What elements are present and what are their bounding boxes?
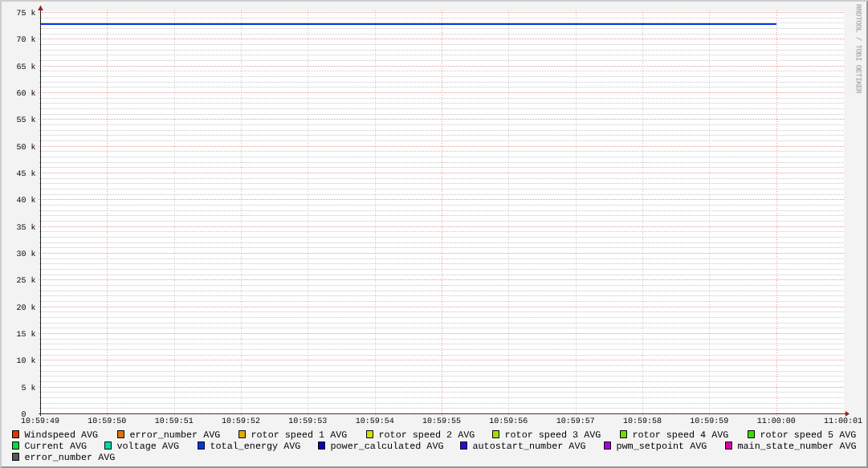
svg-text:70 k: 70 k	[16, 35, 35, 45]
svg-text:25 k: 25 k	[16, 276, 35, 286]
svg-text:20 k: 20 k	[16, 303, 35, 313]
svg-text:55 k: 55 k	[16, 116, 35, 125]
svg-text:75 k: 75 k	[16, 9, 35, 18]
svg-text:error_number AVG: error_number AVG	[130, 429, 221, 441]
svg-text:10:59:54: 10:59:54	[356, 417, 394, 426]
svg-text:15 k: 15 k	[16, 330, 35, 340]
svg-text:rotor speed 2 AVG: rotor speed 2 AVG	[379, 429, 475, 441]
svg-text:RRDTOOL / TOBI OETIKER: RRDTOOL / TOBI OETIKER	[854, 4, 863, 94]
svg-text:10:59:56: 10:59:56	[489, 417, 528, 426]
svg-text:10:59:59: 10:59:59	[690, 417, 728, 426]
svg-text:power_calculated AVG: power_calculated AVG	[331, 441, 444, 452]
svg-text:10:59:53: 10:59:53	[288, 417, 327, 426]
svg-text:30 k: 30 k	[16, 250, 35, 259]
svg-text:main_state_number AVG: main_state_number AVG	[738, 441, 857, 452]
svg-text:50 k: 50 k	[16, 143, 35, 153]
svg-text:Current AVG: Current AVG	[25, 441, 88, 452]
svg-text:65 k: 65 k	[16, 63, 35, 72]
svg-text:10:59:51: 10:59:51	[155, 417, 194, 426]
svg-text:rotor speed 1 AVG: rotor speed 1 AVG	[251, 429, 348, 441]
svg-text:10:59:50: 10:59:50	[88, 417, 126, 426]
svg-text:11:00:01: 11:00:01	[824, 417, 862, 426]
svg-text:45 k: 45 k	[16, 169, 35, 179]
svg-text:error_number AVG: error_number AVG	[25, 452, 116, 463]
svg-text:10:59:57: 10:59:57	[556, 417, 595, 426]
svg-text:autostart_number AVG: autostart_number AVG	[473, 441, 586, 452]
svg-text:rotor speed 5 AVG: rotor speed 5 AVG	[760, 429, 857, 441]
svg-text:10 k: 10 k	[16, 356, 35, 366]
svg-text:10:59:49: 10:59:49	[21, 417, 59, 426]
svg-text:rotor speed 3 AVG: rotor speed 3 AVG	[505, 429, 601, 441]
svg-text:Windspeed AVG: Windspeed AVG	[25, 429, 99, 441]
svg-text:5 k: 5 k	[21, 384, 35, 393]
svg-text:10:59:58: 10:59:58	[623, 417, 662, 426]
svg-text:40 k: 40 k	[16, 196, 35, 206]
svg-text:11:00:00: 11:00:00	[757, 417, 796, 426]
svg-text:60 k: 60 k	[16, 89, 35, 99]
svg-text:total_energy AVG: total_energy AVG	[210, 441, 301, 452]
svg-text:10:59:52: 10:59:52	[222, 417, 260, 426]
svg-text:pwm_setpoint AVG: pwm_setpoint AVG	[617, 441, 707, 452]
svg-text:rotor speed 4 AVG: rotor speed 4 AVG	[633, 429, 729, 441]
svg-text:voltage AVG: voltage AVG	[117, 441, 180, 452]
svg-text:35 k: 35 k	[16, 223, 35, 233]
svg-text:10:59:55: 10:59:55	[422, 417, 461, 426]
